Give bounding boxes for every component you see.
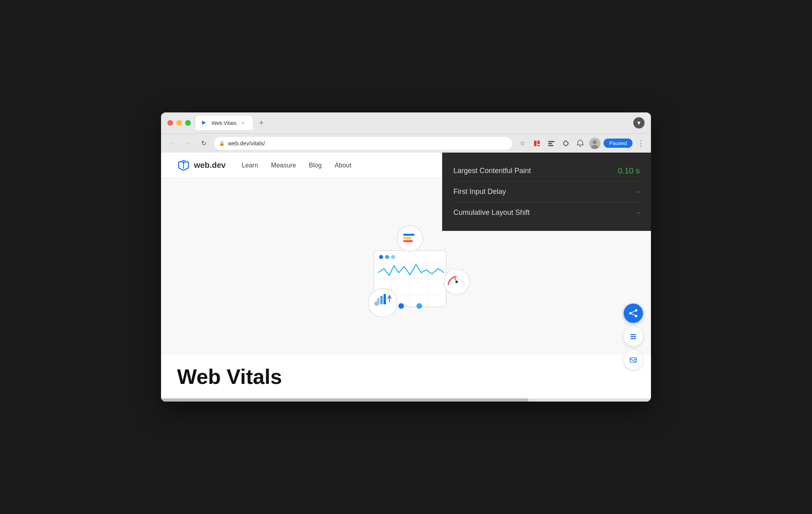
logo-text: web.dev [194,161,226,170]
svg-rect-1 [537,141,540,144]
svg-point-15 [391,255,395,259]
svg-rect-3 [548,141,555,142]
lcp-label: Largest Contentful Paint [453,167,531,175]
tab-favicon-icon: ▶ [202,120,208,126]
tab-title: Web Vitals [212,120,237,126]
star-icon[interactable]: ☆ [517,138,528,149]
tab-bar: ▶ Web Vitals × + ▼ [196,116,645,130]
traffic-lights [167,120,191,126]
svg-point-34 [374,301,379,306]
svg-rect-44 [630,334,636,335]
svg-rect-5 [548,145,553,146]
share-button[interactable] [624,304,643,323]
url-bar[interactable]: 🔒 web.dev/vitals/ [214,137,512,150]
maximize-button[interactable] [185,120,191,126]
svg-rect-0 [534,141,537,146]
page-scrollbar[interactable] [161,398,651,402]
paused-label: Paused [609,140,627,146]
scrollbar-thumb[interactable] [161,398,528,402]
svg-rect-46 [630,338,636,339]
svg-rect-27 [403,240,413,242]
lcp-value: 0.10 s [618,166,640,175]
cls-row: Cumulative Layout Shift - [453,202,640,223]
title-bar-end: ▼ [633,117,645,128]
logo-icon [177,159,190,172]
lock-icon: 🔒 [219,141,225,146]
extension-icon-2[interactable] [546,138,557,149]
svg-point-23 [416,303,422,309]
svg-point-40 [629,312,632,314]
address-bar: ← → ↻ 🔒 web.dev/vitals/ ☆ [161,133,651,153]
tab-close-button[interactable]: × [240,120,246,126]
svg-point-41 [635,315,637,317]
vitals-panel: Largest Contentful Paint 0.10 s First In… [442,153,651,231]
svg-rect-45 [630,336,636,337]
svg-point-7 [593,140,597,144]
site-logo[interactable]: web.dev [177,159,226,172]
page-title: Web Vitals [177,365,635,389]
cls-label: Cumulative Layout Shift [453,208,530,217]
svg-point-39 [635,309,637,312]
new-tab-button[interactable]: + [256,117,267,128]
svg-rect-31 [380,296,383,304]
active-tab[interactable]: ▶ Web Vitals × [196,116,253,130]
svg-point-37 [455,281,458,283]
minimize-button[interactable] [176,120,182,126]
list-button[interactable] [624,327,643,346]
nav-measure[interactable]: Measure [271,162,296,169]
fid-row: First Input Delay - [453,182,640,202]
extensions-icon[interactable] [560,138,571,149]
svg-point-13 [379,255,383,259]
svg-line-42 [632,311,635,313]
svg-point-22 [398,303,404,309]
back-button[interactable]: ← [166,138,177,149]
fid-label: First Input Delay [453,188,506,196]
paused-button[interactable]: Paused [604,139,632,148]
svg-rect-2 [537,145,540,146]
refresh-button[interactable]: ↻ [198,138,209,149]
email-button[interactable] [624,350,643,369]
cls-value: - [637,208,640,217]
lcp-row: Largest Contentful Paint 0.10 s [453,161,640,182]
nav-learn[interactable]: Learn [242,162,258,169]
forward-button[interactable]: → [182,138,193,149]
url-text: web.dev/vitals/ [228,140,265,147]
svg-rect-26 [403,237,411,239]
address-bar-actions: ☆ [517,137,646,149]
title-bar: ▶ Web Vitals × + ▼ [161,112,651,133]
nav-blog[interactable]: Blog [309,162,322,169]
page-title-area: Web Vitals [161,355,651,398]
page-content: web.dev Learn Measure Blog About 🔍 Searc… [161,153,651,402]
bell-icon[interactable] [575,138,586,149]
nav-about[interactable]: About [335,162,351,169]
profile-circle: ▼ [633,117,645,128]
svg-rect-4 [548,143,552,144]
svg-rect-32 [384,294,386,304]
action-buttons [624,304,643,369]
fid-value: - [637,187,640,196]
svg-point-14 [385,255,389,259]
extension-icon-1[interactable] [531,138,543,149]
site-nav: Learn Measure Blog About [242,162,351,169]
user-avatar[interactable] [589,138,600,149]
svg-rect-25 [403,234,414,236]
browser-window: ▶ Web Vitals × + ▼ ← → ↻ 🔒 web.dev/vital… [161,112,651,402]
close-button[interactable] [167,120,173,126]
svg-line-43 [632,314,635,316]
browser-menu-button[interactable]: ⋮ [636,137,646,149]
